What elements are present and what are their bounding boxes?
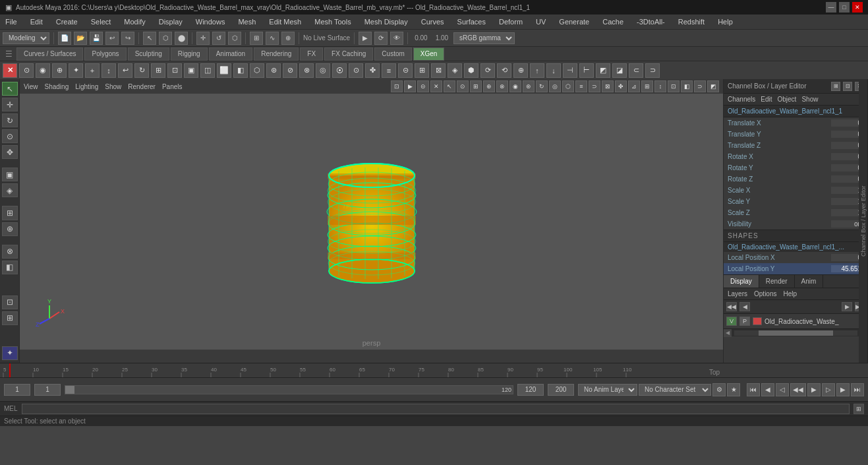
channel-scale-z[interactable]: Scale Z 1 [724, 207, 868, 218]
range-end-input[interactable] [492, 386, 511, 394]
icon-display16[interactable]: ⊛ [266, 63, 281, 78]
universal-tool-btn[interactable]: ✥ [2, 145, 18, 159]
layer-nav-prev[interactable]: ◀ [739, 302, 750, 311]
move-tool-btn[interactable]: ✛ [2, 98, 18, 111]
rotate-tool-btn[interactable]: ↻ [2, 113, 18, 127]
prev-key-btn[interactable]: ◁ [776, 383, 789, 396]
render-btn[interactable]: ▶ [359, 32, 372, 45]
icon-display14[interactable]: ◧ [233, 63, 248, 78]
icon-display38[interactable]: ⊂ [629, 63, 643, 78]
vp-icon24[interactable]: ⊃ [694, 80, 706, 92]
display-btn[interactable]: 👁 [390, 32, 403, 45]
icon-display25[interactable]: ⊞ [415, 63, 429, 78]
snap-point-btn[interactable]: ⊕ [281, 32, 295, 45]
menu-3dto-all[interactable]: -3DtoAll- [634, 16, 668, 27]
vp-grid-btn[interactable]: ⊞ [470, 80, 482, 92]
viewport-menu-shading[interactable]: Shading [45, 83, 69, 90]
anim-layer-select[interactable]: No Anim Layer [578, 384, 637, 396]
next-key-btn[interactable]: ▷ [822, 383, 835, 396]
viewport-menu-view[interactable]: View [24, 83, 38, 90]
icon-display7[interactable]: ↩ [118, 63, 132, 78]
prefs-btn[interactable]: ⚙ [712, 383, 726, 396]
icon-display8[interactable]: ↻ [134, 63, 149, 78]
vp-icon11[interactable]: ⊛ [523, 80, 535, 92]
icon-display35[interactable]: ⊢ [579, 63, 594, 78]
vp-icon4[interactable]: ✕ [430, 80, 442, 92]
channel-rotate-x[interactable]: Rotate X 0 [724, 151, 868, 162]
tab-rendering[interactable]: Rendering [254, 47, 299, 61]
show-menu[interactable]: Show [801, 96, 818, 103]
paint-btn[interactable]: ⬤ [175, 32, 188, 45]
history-btn[interactable]: ⊞ [2, 311, 18, 325]
cb-resize-btn[interactable]: ⊡ [843, 82, 852, 91]
object-menu[interactable]: Object [778, 96, 797, 103]
tab-fx[interactable]: FX [300, 47, 323, 61]
scroll-left-btn[interactable]: ◀ [724, 329, 732, 337]
layer-color-swatch[interactable] [753, 317, 762, 325]
icon-display19[interactable]: ◎ [316, 63, 330, 78]
icon-display39[interactable]: ⊃ [645, 63, 660, 78]
open-btn[interactable]: 📂 [74, 32, 87, 45]
vp-icon25[interactable]: ◩ [707, 80, 719, 92]
vp-icon20[interactable]: ⊞ [641, 80, 653, 92]
redo-btn[interactable]: ↪ [121, 32, 134, 45]
icon-display29[interactable]: ⟳ [480, 63, 495, 78]
close-button[interactable]: ✕ [852, 2, 863, 13]
menu-create[interactable]: Create [53, 16, 80, 27]
icon-display26[interactable]: ⊠ [431, 63, 446, 78]
icon-display30[interactable]: ⟲ [497, 63, 511, 78]
vp-icon10[interactable]: ◉ [509, 80, 521, 92]
prev-frame-btn[interactable]: ◀ [761, 383, 774, 396]
tab-polygons[interactable]: Polygons [84, 47, 126, 61]
vp-icon17[interactable]: ⊠ [602, 80, 614, 92]
snap-settings-btn[interactable]: ⊡ [2, 295, 18, 309]
icon-display10[interactable]: ⊡ [167, 63, 182, 78]
vp-icon23[interactable]: ◧ [681, 80, 693, 92]
menu-windows[interactable]: Windows [193, 16, 228, 27]
icon-display3[interactable]: ⊕ [52, 63, 67, 78]
icon-display17[interactable]: ⊘ [283, 63, 297, 78]
channel-translate-z[interactable]: Translate Z 0 [724, 140, 868, 151]
ipr-btn[interactable]: ⟳ [374, 32, 388, 45]
soft-sel-btn[interactable]: ▣ [2, 168, 18, 181]
menu-curves[interactable]: Curves [419, 16, 447, 27]
rotate-btn[interactable]: ↺ [212, 32, 225, 45]
menu-display[interactable]: Display [156, 16, 185, 27]
move-btn[interactable]: ✛ [196, 32, 210, 45]
channel-scale-y[interactable]: Scale Y 1 [724, 196, 868, 207]
minimize-button[interactable]: — [826, 2, 836, 13]
maximize-button[interactable]: □ [839, 2, 850, 13]
icon-display21[interactable]: ⊙ [349, 63, 363, 78]
viewport-menu-lighting[interactable]: Lighting [75, 83, 98, 90]
gamma-select[interactable]: sRGB gamma [453, 32, 515, 44]
icon-x[interactable]: ✕ [3, 63, 17, 78]
cmd-icon[interactable]: ⊞ [854, 404, 864, 414]
scroll-track[interactable] [734, 330, 857, 336]
channel-local-pos-x[interactable]: Local Position X 0 [724, 252, 868, 263]
vp-icon9[interactable]: ⊗ [496, 80, 508, 92]
viewport-menu-show[interactable]: Show [105, 83, 121, 90]
icon-display11[interactable]: ▣ [184, 63, 198, 78]
menu-redshift[interactable]: Redshift [676, 16, 707, 27]
channel-scale-x[interactable]: Scale X 1 [724, 185, 868, 196]
go-start-btn[interactable]: ⏮ [747, 383, 760, 396]
viewport-menu-panels[interactable]: Panels [162, 83, 183, 90]
layer-nav-prev2[interactable]: ◀◀ [726, 302, 737, 311]
menu-uv[interactable]: UV [533, 16, 548, 27]
timeline[interactable]: 5 10 15 20 25 30 35 40 45 50 55 60 65 [0, 363, 868, 377]
channel-rotate-y[interactable]: Rotate Y 0 [724, 162, 868, 173]
anim-end-input[interactable] [517, 384, 544, 396]
menu-icon[interactable]: ☰ [5, 49, 13, 59]
channel-translate-y[interactable]: Translate Y 0 [724, 129, 868, 140]
vp-icon13[interactable]: ◎ [549, 80, 561, 92]
channel-visibility[interactable]: Visibility on [724, 218, 868, 230]
command-input[interactable] [22, 404, 850, 414]
vp-icon16[interactable]: ⊃ [589, 80, 600, 92]
render-tab[interactable]: Render [759, 275, 795, 288]
vp-icon12[interactable]: ↻ [536, 80, 548, 92]
new-scene-btn[interactable]: 📄 [58, 32, 71, 45]
help-menu[interactable]: Help [783, 290, 797, 297]
icon-display37[interactable]: ◪ [612, 63, 627, 78]
save-btn[interactable]: 💾 [90, 32, 103, 45]
tab-custom[interactable]: Custom [374, 47, 411, 61]
